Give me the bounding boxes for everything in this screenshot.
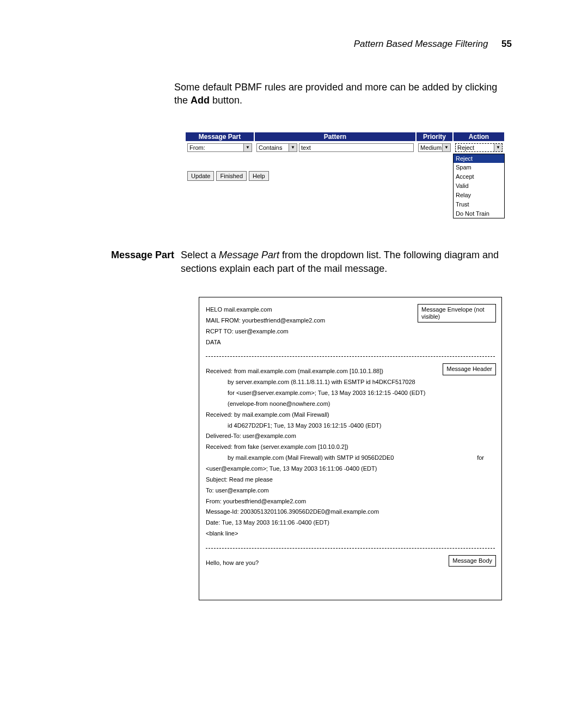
pbmf-table: Message Part From: ▼ Update Finished Hel… (185, 132, 509, 219)
header-line: Delivered-To: user@example.com (206, 432, 495, 440)
finished-button[interactable]: Finished (216, 171, 247, 181)
action-option-accept[interactable]: Accept (454, 172, 504, 181)
envelope-line: DATA (206, 338, 495, 346)
section-body: Select a Message Part from the dropdown … (181, 248, 512, 275)
section-label: Message Part (98, 248, 181, 275)
section-message-part: Message Part Select a Message Part from … (98, 248, 512, 275)
col-pattern: Pattern Contains ▼ text (254, 132, 416, 219)
envelope-label: Message Envelope (not visible) (418, 304, 496, 322)
action-option-do-not-train[interactable]: Do Not Train (454, 209, 504, 218)
th-pattern: Pattern (254, 132, 416, 142)
action-option-trust[interactable]: Trust (454, 200, 504, 209)
header-line: Date: Tue, 13 May 2003 16:11:06 -0400 (E… (206, 519, 495, 527)
envelope-line: RCPT TO: user@example.com (206, 327, 495, 336)
message-part-dropdown[interactable]: From: ▼ (187, 143, 252, 152)
col-action: Action Reject ▼ Reject Spam Accept Valid… (453, 132, 505, 219)
action-option-reject[interactable]: Reject (454, 154, 504, 163)
action-value: Reject (457, 144, 474, 151)
section-body-italic: Message Part (219, 249, 279, 260)
action-option-spam[interactable]: Spam (454, 163, 504, 172)
action-option-valid[interactable]: Valid (454, 181, 504, 191)
header-line: Received: from fake (server.example.com … (206, 443, 495, 451)
pattern-op-dropdown[interactable]: Contains ▼ (256, 143, 297, 152)
header-block: Message Header Received: from mail.examp… (199, 359, 501, 546)
action-option-relay[interactable]: Relay (454, 191, 504, 200)
header-line: by server.example.com (8.11.1/8.11.1) wi… (206, 378, 495, 386)
document-page: Pattern Based Message Filtering 55 Some … (0, 0, 588, 706)
header-line: Subject: Read me please (206, 476, 495, 484)
col-priority: Priority Medium ▼ (416, 132, 453, 219)
pattern-op-value: Contains (259, 144, 282, 151)
action-dropdown-open: Reject Spam Accept Valid Relay Trust Do … (453, 154, 505, 219)
intro-paragraph: Some default PBMF rules are provided and… (174, 81, 512, 107)
header-line-left: by mail.example.com (Mail Firewall) with… (228, 454, 394, 462)
header-line: for <user@server.example.com>; Tue, 13 M… (206, 389, 495, 397)
header-line: From: yourbestfriend@example2.com (206, 497, 495, 506)
pattern-input[interactable]: text (299, 143, 414, 152)
message-part-value: From: (189, 144, 205, 151)
header-line: To: user@example.com (206, 486, 495, 495)
header-line: id 4D627D2DF1; Tue, 13 May 2003 16:12:15… (206, 422, 495, 430)
chevron-down-icon: ▼ (289, 144, 297, 151)
header-title: Pattern Based Message Filtering (354, 39, 488, 49)
header-line: <user@example.com>; Tue, 13 May 2003 16:… (206, 465, 495, 473)
mail-diagram: Message Envelope (not visible) HELO mail… (199, 297, 502, 600)
header-line: Received: by mail.example.com (Mail Fire… (206, 411, 495, 419)
intro-bold-add: Add (191, 95, 210, 106)
header-line: by mail.example.com (Mail Firewall) with… (206, 454, 495, 462)
priority-value: Medium (420, 144, 442, 151)
divider-dashed (206, 356, 495, 357)
header-line: <blank line> (206, 530, 495, 538)
th-message-part: Message Part (185, 132, 254, 142)
chevron-down-icon: ▼ (442, 144, 450, 151)
chevron-down-icon: ▼ (494, 144, 502, 151)
envelope-block: Message Envelope (not visible) HELO mail… (199, 297, 501, 354)
intro-text-after: button. (210, 95, 242, 106)
th-priority: Priority (416, 132, 453, 142)
chevron-down-icon: ▼ (243, 144, 252, 151)
page-number: 55 (501, 39, 512, 49)
section-body-before: Select a (181, 249, 219, 260)
divider-dashed (206, 548, 495, 549)
col-message-part: Message Part From: ▼ Update Finished Hel… (185, 132, 254, 219)
header-line: Message-Id: 20030513201106.39056D2DE0@ma… (206, 508, 495, 516)
priority-dropdown[interactable]: Medium ▼ (418, 143, 451, 152)
body-block: Message Body Hello, how are you? (199, 551, 501, 600)
body-label: Message Body (449, 555, 496, 567)
pbmf-figure: Message Part From: ▼ Update Finished Hel… (185, 132, 512, 219)
update-button[interactable]: Update (187, 171, 214, 181)
action-dropdown[interactable]: Reject ▼ (455, 143, 503, 152)
header-line: (envelope-from noone@nowhere.com) (206, 400, 495, 408)
th-action: Action (453, 132, 505, 142)
header-label: Message Header (443, 363, 496, 375)
running-header: Pattern Based Message Filtering 55 (98, 38, 512, 51)
header-line-for: for (477, 454, 495, 462)
button-row: Update Finished Help (187, 171, 254, 181)
